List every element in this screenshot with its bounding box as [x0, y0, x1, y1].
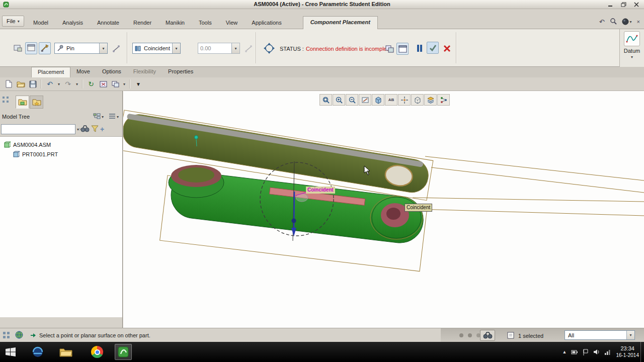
- tree-item-part[interactable]: PRT0001.PRT: [0, 149, 122, 159]
- save-button[interactable]: [27, 78, 38, 89]
- tray-action-center-icon[interactable]: [583, 349, 589, 355]
- constraint-tag-coincident-2[interactable]: Coincident: [405, 204, 432, 212]
- find-tool-button[interactable]: [480, 330, 495, 341]
- connection-type-caret-icon[interactable]: ▾: [99, 43, 107, 53]
- subtab-properties[interactable]: Properties: [162, 67, 199, 77]
- subtab-placement[interactable]: Placement: [31, 67, 70, 77]
- repaint-icon[interactable]: [359, 94, 371, 106]
- undo-caret-icon[interactable]: ▾: [56, 82, 61, 86]
- file-explorer-icon[interactable]: [57, 344, 74, 360]
- subtab-options[interactable]: Options: [96, 67, 127, 77]
- constraint-type-combo[interactable]: Coincident ▾: [132, 43, 181, 54]
- tab-model[interactable]: Model: [26, 17, 55, 29]
- quick-access-arrow-icon[interactable]: ↶: [599, 18, 605, 26]
- zoom-in-icon[interactable]: [333, 94, 345, 106]
- tab-applications[interactable]: Applications: [245, 17, 288, 29]
- open-file-button[interactable]: [15, 78, 26, 89]
- subtab-flexibility[interactable]: Flexibility: [127, 67, 162, 77]
- restore-button[interactable]: [619, 2, 628, 8]
- tab-manikin[interactable]: Manikin: [158, 17, 192, 29]
- chrome-icon[interactable]: [89, 344, 106, 360]
- tree-settings-icon[interactable]: [93, 113, 101, 121]
- flip-offset-icon[interactable]: [243, 43, 255, 55]
- model-tree-tab[interactable]: [16, 96, 29, 109]
- tab-render[interactable]: Render: [126, 17, 158, 29]
- start-button[interactable]: [2, 344, 19, 360]
- close-window-button[interactable]: [98, 78, 109, 89]
- windows-button[interactable]: [110, 78, 121, 89]
- constraint-type-caret-icon[interactable]: ▾: [172, 43, 180, 53]
- search-caret-icon[interactable]: ▾: [77, 127, 79, 132]
- offset-caret-icon[interactable]: ▾: [231, 43, 239, 53]
- connection-type-combo[interactable]: Pin ▾: [54, 43, 108, 54]
- redo-button[interactable]: ↷: [62, 78, 73, 89]
- customize-toolbar-icon[interactable]: ▼: [133, 78, 144, 89]
- filter-funnel-icon[interactable]: [91, 125, 99, 133]
- show-in-window-icon[interactable]: [383, 43, 395, 55]
- tree-show-caret-icon[interactable]: ▾: [117, 115, 119, 119]
- tray-volume-icon[interactable]: [593, 349, 600, 355]
- dragger-toggle-button[interactable]: [39, 42, 51, 54]
- selection-filter-combo[interactable]: All ▾: [565, 330, 635, 340]
- folder-browser-tab[interactable]: [30, 96, 43, 109]
- show-desktop-button[interactable]: [640, 342, 644, 362]
- selection-buffer-icon[interactable]: [507, 331, 514, 339]
- navigator-sash-icon[interactable]: [2, 96, 9, 104]
- annotation-display-icon[interactable]: AB: [385, 94, 397, 106]
- tray-clock[interactable]: 23:34 16-1-2014: [616, 345, 639, 358]
- accept-button[interactable]: [427, 42, 439, 54]
- separate-window-button[interactable]: [12, 42, 24, 54]
- placement-jog-icon[interactable]: [262, 41, 276, 55]
- add-filter-icon[interactable]: +: [100, 125, 104, 133]
- account-sphere-icon[interactable]: ▾: [622, 18, 632, 25]
- creo-app-icon[interactable]: [115, 344, 132, 360]
- shading-style-icon[interactable]: [372, 94, 384, 106]
- tab-component-placement[interactable]: Component Placement: [303, 16, 378, 29]
- view-manager-icon[interactable]: [437, 94, 450, 106]
- offset-value-combo[interactable]: 0.00 ▾: [198, 43, 240, 54]
- tray-battery-icon[interactable]: [571, 349, 578, 355]
- tray-network-icon[interactable]: [604, 349, 611, 355]
- hidden-line-icon[interactable]: [411, 94, 424, 106]
- close-button[interactable]: [632, 2, 641, 8]
- file-menu-button[interactable]: File ▾: [2, 16, 24, 27]
- flip-constraint-icon[interactable]: [110, 43, 122, 55]
- regenerate-button[interactable]: ↻: [86, 78, 97, 89]
- subtab-move[interactable]: Move: [70, 67, 96, 77]
- tree-show-icon[interactable]: [109, 113, 116, 120]
- windows-caret-icon[interactable]: ▾: [122, 82, 127, 86]
- model-tree-search-input[interactable]: [2, 126, 77, 132]
- tab-view[interactable]: View: [219, 17, 245, 29]
- tab-annotate[interactable]: Annotate: [90, 17, 126, 29]
- browser-toggle-icon[interactable]: [15, 331, 24, 339]
- assembly-window-button[interactable]: [25, 42, 37, 54]
- tab-tools[interactable]: Tools: [192, 17, 219, 29]
- layers-icon[interactable]: [424, 94, 437, 106]
- refit-icon[interactable]: [319, 94, 332, 106]
- minimize-button[interactable]: [606, 2, 615, 8]
- tree-settings-caret-icon[interactable]: ▾: [102, 115, 104, 119]
- selection-filter-caret-icon[interactable]: ▾: [626, 331, 634, 339]
- browser-app-icon[interactable]: [29, 344, 46, 360]
- cancel-button[interactable]: [441, 42, 453, 54]
- tree-item-assembly[interactable]: ASM0004.ASM: [0, 140, 122, 149]
- undo-button[interactable]: ↶: [44, 78, 55, 89]
- new-file-button[interactable]: [3, 78, 14, 89]
- navigator-toggle-icon[interactable]: [3, 331, 10, 339]
- datum-button[interactable]: [624, 31, 640, 46]
- show-in-main-window-icon[interactable]: [396, 43, 409, 55]
- tab-analysis[interactable]: Analysis: [55, 17, 90, 29]
- datum-caret-icon[interactable]: ▾: [620, 55, 644, 59]
- constraint-tag-coincident-1[interactable]: Coincident: [306, 187, 335, 194]
- dragger-center-handle[interactable]: [292, 219, 296, 223]
- redo-caret-icon[interactable]: ▾: [74, 82, 79, 86]
- pause-button[interactable]: [414, 42, 426, 54]
- search-icon[interactable]: [610, 18, 617, 26]
- graphics-area[interactable]: AB Coincident Coincident: [123, 90, 644, 328]
- clock-time: 23:34: [616, 345, 639, 352]
- find-binoculars-icon[interactable]: [80, 125, 90, 133]
- spin-center-icon[interactable]: [398, 94, 411, 106]
- minimize-ribbon-icon[interactable]: ×: [637, 19, 640, 25]
- zoom-out-icon[interactable]: [346, 94, 358, 106]
- tray-overflow-caret-icon[interactable]: ▲: [562, 349, 567, 354]
